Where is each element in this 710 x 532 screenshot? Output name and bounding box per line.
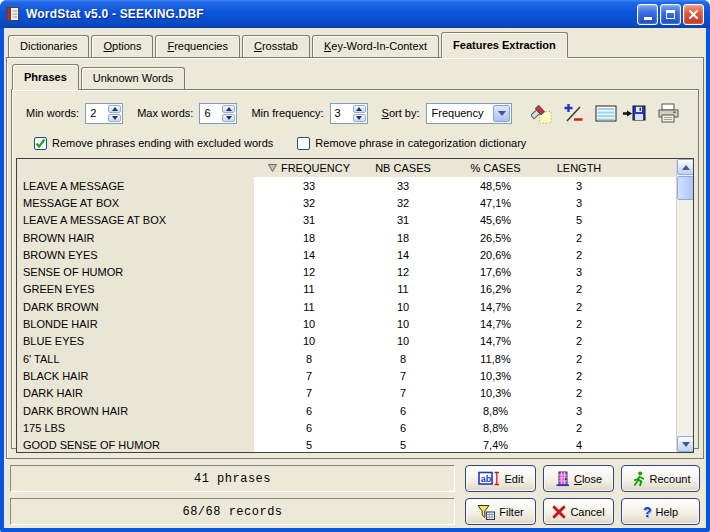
checkbox-unchecked-icon <box>297 137 310 150</box>
phrase-cell: BLONDE HAIR <box>17 315 254 332</box>
sort-by-dropdown[interactable]: Frequency <box>426 103 512 124</box>
column-header-pct-cases[interactable]: % CASES <box>442 162 549 174</box>
frequency-cell: 6 <box>254 422 364 434</box>
spin-down-icon[interactable] <box>108 114 121 122</box>
tab-frequencies[interactable]: Frequencies <box>155 35 240 57</box>
spin-down-icon[interactable] <box>222 114 235 122</box>
tab-options[interactable]: Options <box>91 35 153 57</box>
length-cell: 3 <box>549 405 609 417</box>
close-window-button[interactable] <box>683 4 704 25</box>
length-cell: 2 <box>549 301 609 313</box>
pct-cases-cell: 20,6% <box>442 249 549 261</box>
table-row[interactable]: 6' TALL 8 8 11,8% 2 <box>17 350 676 367</box>
red-x-icon <box>552 505 566 519</box>
table-row[interactable]: LEAVE A MESSAGE 33 33 48,5% 3 <box>17 177 676 194</box>
table-row[interactable]: BLONDE HAIR 10 10 14,7% 2 <box>17 315 676 332</box>
frequency-cell: 10 <box>254 318 364 330</box>
exit-door-icon <box>555 471 570 487</box>
edit-button[interactable]: ab Edit <box>465 465 536 492</box>
phrase-cell: DARK BROWN <box>17 298 254 315</box>
table-row[interactable]: BROWN EYES 14 14 20,6% 2 <box>17 246 676 263</box>
table-row[interactable]: LEAVE A MESSAGE AT BOX 31 31 45,6% 5 <box>17 212 676 229</box>
max-words-stepper[interactable]: 6 <box>199 103 237 124</box>
scroll-up-button[interactable] <box>677 159 694 175</box>
min-frequency-stepper[interactable]: 3 <box>330 103 368 124</box>
pct-cases-cell: 45,6% <box>442 214 549 226</box>
vertical-scrollbar[interactable] <box>676 159 693 452</box>
tab-crosstab[interactable]: Crosstab <box>242 35 310 57</box>
close-button[interactable]: Close <box>543 465 614 492</box>
nb-cases-cell: 7 <box>364 370 442 382</box>
filter-button[interactable]: Filter <box>465 498 536 525</box>
table-row[interactable]: DARK BROWN HAIR 6 6 8,8% 3 <box>17 402 676 419</box>
print-icon[interactable] <box>657 102 680 124</box>
table-row[interactable]: SENSE OF HUMOR 12 12 17,6% 3 <box>17 263 676 280</box>
nb-cases-cell: 7 <box>364 387 442 399</box>
max-words-label: Max words: <box>137 107 193 119</box>
column-header-nb-cases[interactable]: NB CASES <box>364 162 442 174</box>
frequency-cell: 8 <box>254 353 364 365</box>
spin-up-icon[interactable] <box>353 105 366 113</box>
scroll-down-button[interactable] <box>677 436 694 452</box>
length-cell: 4 <box>549 439 609 451</box>
chevron-down-icon[interactable] <box>493 105 510 122</box>
min-frequency-value[interactable]: 3 <box>331 104 352 123</box>
nb-cases-cell: 12 <box>364 266 442 278</box>
scrollbar-thumb[interactable] <box>677 176 694 200</box>
table-row[interactable]: BROWN HAIR 18 18 26,5% 2 <box>17 229 676 246</box>
frequency-cell: 11 <box>254 283 364 295</box>
cancel-button[interactable]: Cancel <box>543 498 614 525</box>
length-cell: 2 <box>549 387 609 399</box>
titlebar: WordStat v5.0 - SEEKING.DBF <box>0 0 710 28</box>
client-area: Dictionaries Options Frequencies Crossta… <box>4 28 706 528</box>
recount-button[interactable]: Recount <box>621 465 700 492</box>
pct-cases-cell: 11,8% <box>442 353 549 365</box>
column-header-length[interactable]: LENGTH <box>549 162 609 174</box>
checkbox-1[interactable]: Remove phrase in categorization dictiona… <box>297 137 526 150</box>
question-mark-icon: ? <box>643 504 652 520</box>
nb-cases-cell: 11 <box>364 283 442 295</box>
table-row[interactable]: BLACK HAIR 7 7 10,3% 2 <box>17 367 676 384</box>
spin-up-icon[interactable] <box>222 105 235 113</box>
chevron-up-icon <box>682 165 690 170</box>
tab-dictionaries[interactable]: Dictionaries <box>8 35 89 57</box>
table-row[interactable]: GOOD SENSE OF HUMOR 5 5 7,4% 4 <box>17 436 676 453</box>
tab-phrases[interactable]: Phrases <box>12 64 79 90</box>
spin-up-icon[interactable] <box>108 105 121 113</box>
min-words-stepper[interactable]: 2 <box>85 103 123 124</box>
maximize-button[interactable] <box>660 4 681 25</box>
search-flashlight-icon[interactable] <box>530 102 553 124</box>
table-row[interactable]: MESSAGE AT BOX 32 32 47,1% 3 <box>17 194 676 211</box>
pct-cases-cell: 47,1% <box>442 197 549 209</box>
help-button[interactable]: ? Help <box>621 498 700 525</box>
table-row[interactable]: 175 LBS 6 6 8,8% 2 <box>17 419 676 436</box>
sort-by-value: Frequency <box>427 107 492 119</box>
grid-list-icon[interactable] <box>594 102 617 124</box>
length-cell: 3 <box>549 266 609 278</box>
pct-cases-cell: 14,7% <box>442 318 549 330</box>
checkbox-0[interactable]: Remove phrases ending with excluded word… <box>34 137 273 150</box>
controls-row: Min words: 2 Max words: 6 <box>26 101 688 125</box>
max-words-value[interactable]: 6 <box>200 104 221 123</box>
pct-cases-cell: 16,2% <box>442 283 549 295</box>
add-remove-icon[interactable] <box>562 102 585 124</box>
tab-unknown-words[interactable]: Unknown Words <box>81 67 186 89</box>
nb-cases-cell: 8 <box>364 353 442 365</box>
column-header-frequency[interactable]: FREQUENCY <box>254 162 364 174</box>
pct-cases-cell: 17,6% <box>442 266 549 278</box>
spin-down-icon[interactable] <box>353 114 366 122</box>
table-row[interactable]: DARK BROWN 11 10 14,7% 2 <box>17 298 676 315</box>
table-row[interactable]: BLUE EYES 10 10 14,7% 2 <box>17 333 676 350</box>
minimize-button[interactable] <box>637 4 658 25</box>
tab-features-extraction[interactable]: Features Extraction <box>441 32 568 58</box>
frequency-cell: 11 <box>254 301 364 313</box>
svg-text:ab: ab <box>480 474 491 484</box>
phrase-cell: LEAVE A MESSAGE <box>17 177 254 194</box>
table-row[interactable]: DARK HAIR 7 7 10,3% 2 <box>17 385 676 402</box>
frequency-cell: 32 <box>254 197 364 209</box>
min-words-value[interactable]: 2 <box>86 104 107 123</box>
table-row[interactable]: GREEN EYES 11 11 16,2% 2 <box>17 281 676 298</box>
checkbox-label: Remove phrase in categorization dictiona… <box>315 137 526 149</box>
save-export-icon[interactable] <box>623 102 646 124</box>
tab-key-word-in-context[interactable]: Key-Word-In-Context <box>312 35 439 57</box>
